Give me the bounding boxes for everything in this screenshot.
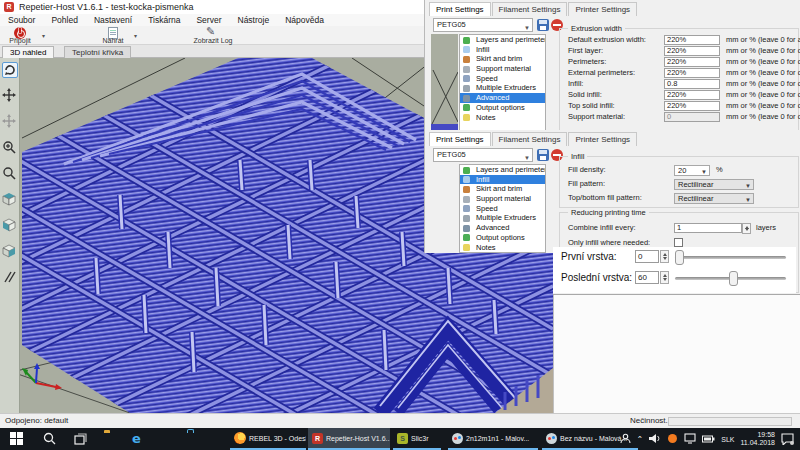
- skirt-icon: [463, 56, 470, 63]
- slicer2-tab-filament-settings[interactable]: Filament Settings: [492, 132, 568, 146]
- last-layer-number-input[interactable]: 60: [635, 271, 659, 284]
- display-icon[interactable]: [684, 433, 696, 445]
- people-icon[interactable]: [620, 433, 631, 445]
- list-item[interactable]: Layers and perimeters: [460, 165, 545, 175]
- first-layer-number-input[interactable]: 0: [635, 250, 659, 263]
- list-item[interactable]: Layers and perimeters: [460, 35, 545, 45]
- clock[interactable]: 19:58 11.04.2018: [740, 431, 775, 447]
- save-preset-icon[interactable]: [537, 19, 549, 31]
- last-layer-spinner[interactable]: [660, 271, 669, 284]
- slicer2-tab-print-settings[interactable]: Print Settings: [429, 132, 491, 146]
- antivirus-icon[interactable]: [667, 433, 678, 445]
- taskbar-slic3r-button[interactable]: SSlic3r: [393, 428, 441, 450]
- menu-pohled[interactable]: Pohled: [43, 14, 85, 26]
- connect-dropdown-icon[interactable]: ▾: [42, 32, 45, 39]
- volume-icon[interactable]: [649, 433, 661, 445]
- task-view-icon[interactable]: [74, 432, 88, 446]
- slicer2-preset-select[interactable]: PETG05▼: [433, 148, 533, 162]
- menu-soubor[interactable]: Soubor: [0, 14, 43, 26]
- load-button[interactable]: Náhrát: [96, 26, 130, 44]
- menu-nastaveni[interactable]: Nastavení: [86, 14, 140, 26]
- menu-tiskarna[interactable]: Tiskárna: [140, 14, 188, 26]
- move-viewpoint-tool-icon[interactable]: [2, 114, 18, 130]
- zoom-in-tool-icon[interactable]: [2, 140, 18, 156]
- zoom-out-tool-icon[interactable]: [2, 166, 18, 182]
- connection-status: Odpojeno: default: [5, 414, 68, 428]
- support-material-width-input[interactable]: 0: [664, 112, 720, 122]
- store-icon[interactable]: [184, 432, 198, 446]
- combine-infill-input[interactable]: 1: [674, 223, 742, 233]
- taskbar-repetier-button[interactable]: RRepetier-Host V1.6...: [308, 428, 390, 450]
- file-explorer-icon[interactable]: [104, 432, 118, 446]
- perimeters-input[interactable]: 220%: [664, 57, 720, 67]
- top-bottom-fill-pattern-select[interactable]: Rectilinear▼: [674, 193, 754, 204]
- isometric-view-icon[interactable]: [2, 192, 18, 208]
- first-layer-spinner[interactable]: [660, 250, 669, 263]
- slicer2-tab-printer-settings[interactable]: Printer Settings: [568, 132, 637, 146]
- slicer1-tab-print-settings[interactable]: Print Settings: [429, 2, 491, 16]
- slicer-window-print-settings-advanced: Print SettingsFilament SettingsPrinter S…: [424, 0, 800, 133]
- taskbar-firefox-button[interactable]: REBEL 3D - Odeslat...: [230, 428, 306, 450]
- slicer1-category-list[interactable]: Layers and perimeters Infill Skirt and b…: [459, 34, 546, 131]
- taskbar-paint1-button[interactable]: 2n12m1n1 - Malov...: [448, 428, 538, 450]
- list-item[interactable]: Support material: [460, 64, 545, 74]
- first-layer-slider[interactable]: [675, 256, 786, 259]
- solid-infill-input[interactable]: 220%: [664, 90, 720, 100]
- list-item-selected[interactable]: Infill: [460, 175, 545, 185]
- paintbrush-app-icon[interactable]: [158, 432, 172, 446]
- search-icon[interactable]: [42, 432, 56, 446]
- battery-icon[interactable]: [702, 434, 715, 445]
- fill-pattern-select[interactable]: Rectilinear▼: [674, 179, 754, 190]
- first-layer-input[interactable]: 220%: [664, 46, 720, 56]
- move-object-tool-icon[interactable]: [2, 88, 18, 104]
- connect-button[interactable]: Připojit: [2, 26, 38, 44]
- paint3d-icon[interactable]: [209, 432, 223, 446]
- list-item[interactable]: Multiple Extruders: [460, 213, 545, 223]
- fill-density-select[interactable]: 20▼: [674, 165, 710, 176]
- top-solid-infill-input[interactable]: 220%: [664, 101, 720, 111]
- front-view-icon[interactable]: [2, 218, 18, 234]
- slicer1-tab-filament-settings[interactable]: Filament Settings: [492, 2, 568, 16]
- list-item[interactable]: Notes: [460, 243, 545, 253]
- save-preset-icon[interactable]: [537, 149, 549, 161]
- first-layer-slider-thumb[interactable]: [675, 250, 684, 265]
- last-layer-slider-thumb[interactable]: [729, 271, 738, 286]
- tab-3d-preview[interactable]: 3D náhled: [2, 46, 54, 58]
- list-item[interactable]: Speed: [460, 204, 545, 214]
- start-button[interactable]: [10, 432, 24, 446]
- rotate-tool-icon[interactable]: [2, 62, 18, 78]
- edge-icon[interactable]: e: [132, 432, 146, 446]
- menu-nastroje[interactable]: Nástroje: [230, 14, 278, 26]
- tab-temperature-curve[interactable]: Teplotní křivka: [64, 46, 131, 58]
- only-infill-checkbox[interactable]: [674, 238, 683, 247]
- load-dropdown-icon[interactable]: ▾: [134, 32, 137, 39]
- extrusion-width-group: Extrusion width Default extrusion width:…: [559, 28, 799, 133]
- combine-infill-spinner[interactable]: [742, 223, 751, 234]
- list-item[interactable]: Support material: [460, 194, 545, 204]
- list-item[interactable]: Notes: [460, 113, 545, 123]
- list-item-selected[interactable]: Advanced: [460, 93, 545, 103]
- hidden-icons-chevron[interactable]: ⌃: [637, 435, 644, 444]
- list-item[interactable]: Advanced: [460, 223, 545, 233]
- slicer1-preset-select[interactable]: PETG05▼: [433, 18, 533, 32]
- action-center-icon[interactable]: [781, 433, 794, 446]
- list-item[interactable]: Skirt and brim: [460, 54, 545, 64]
- menu-napoveda[interactable]: Nápověda: [277, 14, 332, 26]
- list-item[interactable]: Output options: [460, 103, 545, 113]
- list-item[interactable]: Speed: [460, 74, 545, 84]
- top-view-icon[interactable]: [2, 244, 18, 260]
- infill-width-input[interactable]: 0.8: [664, 79, 720, 89]
- slicer2-category-list[interactable]: Layers and perimeters Infill Skirt and b…: [459, 164, 546, 253]
- list-item[interactable]: Output options: [460, 233, 545, 243]
- parallel-projection-icon[interactable]: [2, 270, 18, 286]
- slicer1-tab-printer-settings[interactable]: Printer Settings: [568, 2, 637, 16]
- last-layer-slider[interactable]: [675, 277, 786, 280]
- list-item[interactable]: Skirt and brim: [460, 184, 545, 194]
- show-log-button[interactable]: ✎ Zobrazit Log: [182, 26, 244, 44]
- list-item[interactable]: Infill: [460, 45, 545, 55]
- default-extrusion-width-input[interactable]: 220%: [664, 35, 720, 45]
- list-item[interactable]: Multiple Extruders: [460, 83, 545, 93]
- language-indicator[interactable]: SLK: [721, 436, 734, 443]
- external-perimeters-input[interactable]: 220%: [664, 68, 720, 78]
- chevron-down-icon: ▼: [745, 182, 751, 191]
